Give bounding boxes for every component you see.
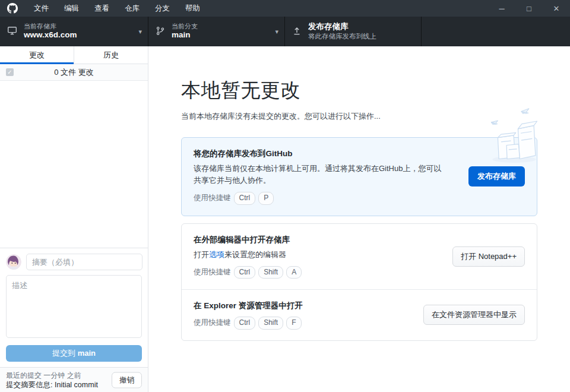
open-editor-title: 在外部编辑器中打开存储库	[194, 235, 439, 245]
menu-file[interactable]: 文件	[26, 0, 56, 17]
titlebar: 文件 编辑 查看 仓库 分支 帮助 ─ □ ✕	[0, 0, 570, 17]
recent-commit-section: 最近的提交 一分钟 之前 提交摘要信息: Initial commit 撤销	[0, 367, 148, 392]
sidebar: 更改 历史 ✓ 0 文件 更改	[0, 46, 148, 392]
toolbar: 当前存储库 www.x6d.com ▾ 当前分支 main ▾	[0, 17, 570, 46]
menu-repository[interactable]: 仓库	[117, 0, 147, 17]
chevron-down-icon: ▾	[270, 28, 278, 36]
select-all-checkbox[interactable]: ✓	[6, 68, 14, 76]
open-actions-card: 在外部编辑器中打开存储库 打开选项来设置您的编辑器 使用快捷键 Ctrl Shi…	[181, 223, 537, 341]
key-f: F	[286, 317, 301, 329]
toolbar-spacer	[422, 17, 570, 46]
key-p: P	[258, 192, 274, 204]
open-explorer-row: 在 Explorer 资源管理器中打开 使用快捷键 Ctrl Shift F 在…	[182, 289, 537, 340]
current-branch-dropdown[interactable]: 当前分支 main ▾	[148, 17, 285, 46]
commit-form: 提交到 main	[0, 248, 148, 367]
key-shift: Shift	[258, 266, 283, 279]
commit-button-branch: main	[78, 349, 96, 358]
commit-description-input[interactable]	[6, 275, 142, 338]
open-editor-button[interactable]: 打开 Notepad++	[452, 246, 525, 267]
commit-summary-input[interactable]	[26, 254, 142, 270]
shortcut-label: 使用快捷键	[194, 193, 231, 203]
sidebar-tabs: 更改 历史	[0, 46, 148, 64]
changed-files-list	[0, 81, 148, 248]
menu-bar: 文件 编辑 查看 仓库 分支 帮助	[26, 0, 208, 17]
computer-icon	[7, 26, 17, 37]
open-editor-row: 在外部编辑器中打开存储库 打开选项来设置您的编辑器 使用快捷键 Ctrl Shi…	[182, 224, 537, 290]
publish-repository-button[interactable]: 发布存储库	[468, 166, 525, 186]
maximize-icon[interactable]: □	[515, 0, 543, 17]
suggested-actions: 将您的存储库发布到GitHub 该存储库当前仅在本地计算机上可用。通过将其发布在…	[181, 137, 537, 341]
branch-info: 当前分支 main	[172, 23, 198, 41]
chevron-down-icon: ▾	[134, 28, 142, 36]
open-editor-content: 在外部编辑器中打开存储库 打开选项来设置您的编辑器 使用快捷键 Ctrl Shi…	[194, 235, 439, 279]
recent-commit-summary-label: 提交摘要信息:	[6, 381, 52, 389]
menu-view[interactable]: 查看	[87, 0, 117, 17]
publish-subtitle: 将此存储库发布到线上	[308, 32, 376, 40]
open-editor-shortcut: 使用快捷键 Ctrl Shift A	[194, 266, 439, 279]
commit-button[interactable]: 提交到 main	[6, 345, 142, 362]
open-explorer-shortcut: 使用快捷键 Ctrl Shift F	[194, 317, 410, 329]
publish-card-title: 将您的存储库发布到GitHub	[194, 148, 455, 159]
file-summary-text: 0 文件 更改	[14, 67, 142, 78]
menu-branch[interactable]: 分支	[147, 0, 178, 17]
upload-icon	[292, 26, 302, 37]
publish-shortcut: 使用快捷键 Ctrl P	[194, 192, 455, 204]
github-desktop-window: 文件 编辑 查看 仓库 分支 帮助 ─ □ ✕ 当前存储库 www.x6d.co…	[0, 0, 570, 392]
undo-button[interactable]: 撤销	[112, 372, 142, 388]
empty-state-title: 本地暂无更改	[181, 77, 537, 104]
app-body: 更改 历史 ✓ 0 文件 更改	[0, 46, 570, 392]
tab-history[interactable]: 历史	[74, 46, 148, 64]
avatar	[6, 254, 21, 270]
key-ctrl: Ctrl	[234, 192, 256, 204]
options-link[interactable]: 选项	[209, 250, 224, 259]
github-logo-icon	[7, 3, 18, 14]
key-ctrl: Ctrl	[234, 266, 256, 279]
open-editor-body-suffix: 来设置您的编辑器	[224, 250, 286, 259]
window-controls: ─ □ ✕	[488, 0, 570, 17]
close-icon[interactable]: ✕	[543, 0, 570, 17]
shortcut-label: 使用快捷键	[194, 318, 231, 328]
commit-summary-row	[6, 254, 142, 270]
open-editor-body-prefix: 打开	[194, 250, 209, 259]
main-content: 本地暂无更改 当前本地存储库没有未提交的更改。您可以进行以下操作... 将您的存…	[148, 46, 570, 392]
git-branch-icon	[156, 26, 165, 37]
publish-title: 发布存储库	[308, 22, 376, 32]
publish-card-content: 将您的存储库发布到GitHub 该存储库当前仅在本地计算机上可用。通过将其发布在…	[194, 148, 455, 205]
publish-repository-toolbar-button[interactable]: 发布存储库 将此存储库发布到线上	[285, 17, 422, 46]
open-explorer-content: 在 Explorer 资源管理器中打开 使用快捷键 Ctrl Shift F	[194, 301, 410, 329]
tab-changes[interactable]: 更改	[0, 46, 74, 64]
menu-edit[interactable]: 编辑	[56, 0, 87, 17]
menu-help[interactable]: 帮助	[178, 0, 208, 17]
key-ctrl: Ctrl	[234, 317, 256, 329]
publish-info: 发布存储库 将此存储库发布到线上	[308, 22, 376, 40]
commit-button-prefix: 提交到	[52, 349, 78, 358]
repository-name: www.x6d.com	[24, 30, 77, 40]
shortcut-label: 使用快捷键	[194, 267, 231, 277]
empty-state-subtitle: 当前本地存储库没有未提交的更改。您可以进行以下操作...	[181, 111, 537, 122]
publish-card: 将您的存储库发布到GitHub 该存储库当前仅在本地计算机上可用。通过将其发布在…	[181, 137, 537, 216]
key-a: A	[286, 266, 302, 279]
key-shift: Shift	[258, 317, 283, 329]
repository-info: 当前存储库 www.x6d.com	[24, 23, 77, 41]
boxes-illustration	[487, 106, 542, 164]
file-summary-row: ✓ 0 文件 更改	[0, 64, 148, 81]
open-editor-body: 打开选项来设置您的编辑器	[194, 249, 439, 261]
repository-label: 当前存储库	[24, 23, 77, 31]
show-in-explorer-button[interactable]: 在文件资源管理器中显示	[423, 305, 525, 325]
minimize-icon[interactable]: ─	[488, 0, 515, 17]
branch-name: main	[172, 30, 198, 40]
publish-card-body: 该存储库当前仅在本地计算机上可用。通过将其发布在GitHub上，您可以共享它并与…	[194, 163, 449, 186]
branch-label: 当前分支	[172, 23, 198, 31]
open-explorer-title: 在 Explorer 资源管理器中打开	[194, 301, 410, 311]
current-repository-dropdown[interactable]: 当前存储库 www.x6d.com ▾	[0, 17, 148, 46]
recent-commit-summary-value: Initial commit	[55, 381, 98, 389]
